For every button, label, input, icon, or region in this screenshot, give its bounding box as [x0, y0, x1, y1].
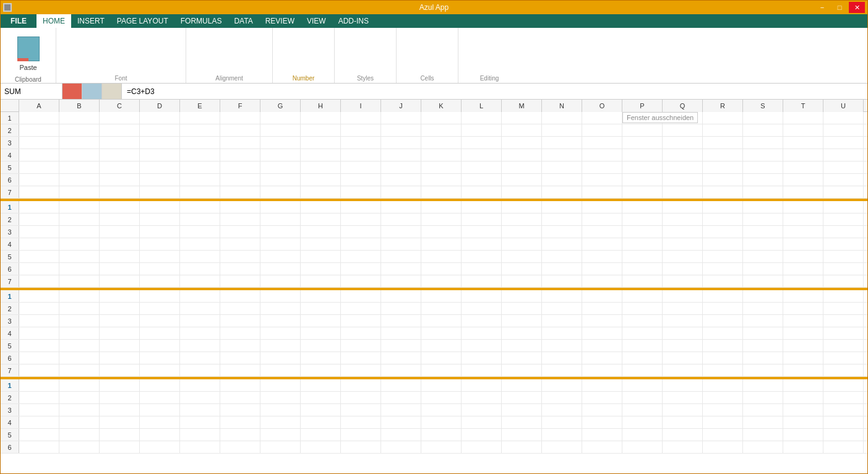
cell[interactable]: [260, 290, 301, 303]
cell[interactable]: [622, 137, 663, 149]
cell[interactable]: [703, 327, 743, 340]
cell[interactable]: [542, 429, 582, 441]
cell[interactable]: [542, 340, 582, 352]
cell[interactable]: [220, 404, 260, 416]
cell[interactable]: [100, 149, 140, 162]
cell[interactable]: [743, 441, 783, 454]
cell[interactable]: [703, 137, 743, 149]
col-header-o[interactable]: O: [582, 100, 622, 112]
cell[interactable]: [220, 290, 260, 303]
cell[interactable]: [542, 263, 582, 275]
menu-page-layout[interactable]: PAGE LAYOUT: [111, 14, 174, 28]
cell[interactable]: [260, 201, 301, 213]
cell[interactable]: [260, 263, 301, 275]
cell[interactable]: [301, 149, 341, 162]
cell[interactable]: [823, 441, 864, 454]
cell[interactable]: [100, 352, 140, 364]
cell[interactable]: [743, 392, 783, 404]
cell[interactable]: [19, 290, 59, 303]
cell[interactable]: [663, 149, 703, 162]
cell[interactable]: [140, 429, 180, 441]
cell[interactable]: [220, 112, 260, 124]
cell[interactable]: [19, 137, 59, 149]
cell[interactable]: [622, 226, 663, 238]
cell[interactable]: [783, 404, 823, 416]
cell[interactable]: [220, 275, 260, 288]
cell[interactable]: [140, 315, 180, 327]
cell[interactable]: [622, 251, 663, 263]
cell[interactable]: [743, 275, 783, 288]
cell[interactable]: [703, 404, 743, 416]
cell[interactable]: [220, 174, 260, 186]
cell[interactable]: [823, 186, 864, 199]
cell[interactable]: [582, 416, 622, 429]
cell[interactable]: [823, 416, 864, 429]
cell[interactable]: [542, 213, 582, 226]
cell[interactable]: [703, 379, 743, 392]
cell[interactable]: [421, 251, 462, 263]
cell[interactable]: [823, 226, 864, 238]
cell[interactable]: [542, 186, 582, 199]
cell[interactable]: [542, 275, 582, 288]
cell[interactable]: [542, 149, 582, 162]
cell[interactable]: [220, 124, 260, 137]
cell[interactable]: [381, 137, 421, 149]
cell[interactable]: [783, 186, 823, 199]
cell[interactable]: [823, 404, 864, 416]
cell[interactable]: [301, 364, 341, 377]
cell[interactable]: [622, 441, 663, 454]
cell[interactable]: [59, 263, 100, 275]
cell[interactable]: [381, 290, 421, 303]
cell[interactable]: [462, 186, 502, 199]
cell[interactable]: [542, 441, 582, 454]
cell[interactable]: [743, 429, 783, 441]
cell[interactable]: [100, 201, 140, 213]
cell[interactable]: [301, 352, 341, 364]
cell[interactable]: [381, 112, 421, 124]
cell[interactable]: [381, 379, 421, 392]
cell[interactable]: [140, 238, 180, 251]
cell[interactable]: [421, 429, 462, 441]
cell[interactable]: [582, 379, 622, 392]
cell[interactable]: [823, 201, 864, 213]
cell[interactable]: [582, 251, 622, 263]
cell[interactable]: [341, 174, 381, 186]
cell[interactable]: [100, 251, 140, 263]
cell[interactable]: [301, 392, 341, 404]
cell[interactable]: [703, 201, 743, 213]
cell[interactable]: [19, 416, 59, 429]
cell[interactable]: [743, 238, 783, 251]
cell[interactable]: [220, 303, 260, 315]
cell[interactable]: [180, 251, 220, 263]
cell[interactable]: [180, 149, 220, 162]
cell[interactable]: [260, 315, 301, 327]
name-box[interactable]: SUM: [1, 84, 62, 99]
cell[interactable]: [783, 112, 823, 124]
cell[interactable]: [502, 315, 542, 327]
cell[interactable]: [663, 263, 703, 275]
cell[interactable]: [783, 290, 823, 303]
cell[interactable]: [462, 226, 502, 238]
cell[interactable]: [582, 340, 622, 352]
cell[interactable]: [140, 404, 180, 416]
cell[interactable]: [140, 303, 180, 315]
cell[interactable]: [381, 303, 421, 315]
cell[interactable]: [260, 186, 301, 199]
cell[interactable]: [301, 226, 341, 238]
cell[interactable]: [381, 327, 421, 340]
cell[interactable]: [663, 275, 703, 288]
cell[interactable]: [502, 352, 542, 364]
cell[interactable]: [663, 429, 703, 441]
cell[interactable]: [220, 429, 260, 441]
minimize-button[interactable]: −: [814, 2, 830, 13]
cell[interactable]: [140, 392, 180, 404]
cell[interactable]: [180, 226, 220, 238]
cell[interactable]: [260, 364, 301, 377]
cell[interactable]: [462, 137, 502, 149]
cell[interactable]: [301, 162, 341, 174]
cell[interactable]: [301, 404, 341, 416]
cell[interactable]: [260, 137, 301, 149]
cell[interactable]: [421, 416, 462, 429]
cell[interactable]: [462, 392, 502, 404]
cell[interactable]: [502, 112, 542, 124]
